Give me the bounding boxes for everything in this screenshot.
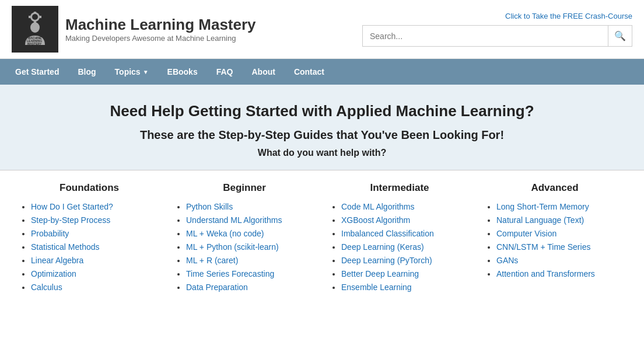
- topic-list-3: Long Short-Term MemoryNatural Language (…: [486, 202, 624, 279]
- nav-item-ebooks[interactable]: EBooks: [158, 59, 207, 85]
- topic-link-1-0[interactable]: Python Skills: [186, 202, 233, 211]
- nav-item-get-started[interactable]: Get Started: [6, 59, 68, 85]
- topic-link-1-4[interactable]: ML + R (caret): [186, 256, 238, 265]
- list-item: Long Short-Term Memory: [496, 202, 624, 212]
- list-item: Time Series Forecasting: [186, 269, 313, 279]
- topics-dropdown-arrow: ▼: [143, 69, 149, 75]
- topic-list-1: Python SkillsUnderstand ML AlgorithmsML …: [176, 202, 313, 292]
- header-left: MACHINE LEARNING MASTERY Machine Learnin…: [12, 6, 256, 53]
- search-button[interactable]: 🔍: [608, 26, 632, 46]
- list-item: How Do I Get Started?: [31, 202, 158, 212]
- topic-link-2-2[interactable]: Imbalanced Classification: [341, 229, 434, 238]
- topic-link-0-2[interactable]: Probability: [31, 229, 69, 238]
- search-input[interactable]: [363, 27, 608, 46]
- topic-title-1: Beginner: [176, 182, 313, 194]
- topic-link-3-3[interactable]: CNN/LSTM + Time Series: [496, 242, 590, 252]
- topic-link-3-0[interactable]: Long Short-Term Memory: [496, 202, 589, 211]
- topic-link-2-5[interactable]: Better Deep Learning: [341, 269, 419, 278]
- topic-col-beginner: BeginnerPython SkillsUnderstand ML Algor…: [167, 182, 322, 296]
- topic-link-3-4[interactable]: GANs: [496, 256, 518, 265]
- search-bar: 🔍: [362, 25, 632, 47]
- list-item: Data Preparation: [186, 283, 313, 292]
- topics-grid: FoundationsHow Do I Get Started?Step-by-…: [0, 170, 644, 313]
- topic-link-2-4[interactable]: Deep Learning (PyTorch): [341, 256, 432, 265]
- list-item: Statistical Methods: [31, 242, 158, 252]
- list-item: Deep Learning (Keras): [341, 242, 468, 252]
- list-item: Better Deep Learning: [341, 269, 468, 279]
- list-item: GANs: [496, 256, 624, 266]
- topic-link-2-3[interactable]: Deep Learning (Keras): [341, 242, 424, 252]
- list-item: Imbalanced Classification: [341, 229, 468, 239]
- svg-point-2: [32, 14, 38, 20]
- list-item: CNN/LSTM + Time Series: [496, 242, 624, 252]
- topic-link-2-6[interactable]: Ensemble Learning: [341, 283, 412, 292]
- list-item: ML + Python (scikit-learn): [186, 242, 313, 252]
- list-item: Probability: [31, 229, 158, 239]
- topic-link-0-6[interactable]: Calculus: [31, 283, 62, 292]
- header-right: Click to Take the FREE Crash-Course 🔍: [362, 12, 632, 47]
- list-item: Python Skills: [186, 202, 313, 212]
- list-item: Linear Algebra: [31, 256, 158, 266]
- nav-item-blog[interactable]: Blog: [68, 59, 105, 85]
- topic-link-0-3[interactable]: Statistical Methods: [31, 242, 100, 252]
- site-info: Machine Learning Mastery Making Develope…: [65, 16, 256, 43]
- svg-point-7: [30, 22, 40, 33]
- topic-col-advanced: AdvancedLong Short-Term MemoryNatural La…: [477, 182, 632, 296]
- site-logo: MACHINE LEARNING MASTERY: [12, 6, 58, 53]
- site-title: Machine Learning Mastery: [65, 16, 256, 34]
- list-item: Natural Language (Text): [496, 215, 624, 225]
- nav-item-about[interactable]: About: [242, 59, 284, 85]
- topic-list-0: How Do I Get Started?Step-by-Step Proces…: [20, 202, 158, 292]
- list-item: Ensemble Learning: [341, 283, 468, 292]
- topic-link-1-5[interactable]: Time Series Forecasting: [186, 269, 274, 278]
- crash-course-link[interactable]: Click to Take the FREE Crash-Course: [505, 12, 632, 20]
- list-item: Attention and Transformers: [496, 269, 624, 279]
- nav-item-contact[interactable]: Contact: [285, 59, 334, 85]
- site-tagline: Making Developers Awesome at Machine Lea…: [65, 34, 256, 43]
- topic-title-0: Foundations: [20, 182, 158, 194]
- topic-title-2: Intermediate: [331, 182, 468, 194]
- list-item: Calculus: [31, 283, 158, 292]
- topic-title-3: Advanced: [486, 182, 624, 194]
- topic-link-1-2[interactable]: ML + Weka (no code): [186, 229, 264, 238]
- list-item: Computer Vision: [496, 229, 624, 239]
- list-item: Deep Learning (PyTorch): [341, 256, 468, 266]
- topic-link-2-0[interactable]: Code ML Algorithms: [341, 202, 415, 211]
- nav-item-faq[interactable]: FAQ: [207, 59, 243, 85]
- topic-link-0-0[interactable]: How Do I Get Started?: [31, 202, 113, 211]
- hero-section: Need Help Getting Started with Applied M…: [0, 85, 644, 170]
- topic-link-2-1[interactable]: XGBoost Algorithm: [341, 215, 410, 225]
- topic-link-0-1[interactable]: Step-by-Step Process: [31, 215, 110, 225]
- main-nav: Get Started Blog Topics ▼ EBooks FAQ Abo…: [0, 59, 644, 85]
- svg-rect-5: [29, 16, 31, 18]
- list-item: Code ML Algorithms: [341, 202, 468, 212]
- list-item: ML + Weka (no code): [186, 229, 313, 239]
- topic-link-0-4[interactable]: Linear Algebra: [31, 256, 83, 265]
- hero-subheadline: These are the Step-by-Step Guides that Y…: [12, 128, 632, 142]
- topic-link-1-1[interactable]: Understand ML Algorithms: [186, 215, 282, 225]
- svg-rect-6: [39, 16, 41, 18]
- topic-list-2: Code ML AlgorithmsXGBoost AlgorithmImbal…: [331, 202, 468, 292]
- list-item: XGBoost Algorithm: [341, 215, 468, 225]
- topic-link-3-1[interactable]: Natural Language (Text): [496, 215, 584, 225]
- topic-col-intermediate: IntermediateCode ML AlgorithmsXGBoost Al…: [322, 182, 477, 296]
- list-item: Optimization: [31, 269, 158, 279]
- topic-col-foundations: FoundationsHow Do I Get Started?Step-by-…: [12, 182, 167, 296]
- list-item: ML + R (caret): [186, 256, 313, 266]
- header: MACHINE LEARNING MASTERY Machine Learnin…: [0, 0, 644, 59]
- nav-item-topics[interactable]: Topics ▼: [106, 59, 158, 85]
- svg-rect-3: [34, 12, 36, 14]
- topic-link-3-5[interactable]: Attention and Transformers: [496, 269, 595, 278]
- topic-link-1-3[interactable]: ML + Python (scikit-learn): [186, 242, 279, 252]
- list-item: Step-by-Step Process: [31, 215, 158, 225]
- svg-text:MASTERY: MASTERY: [27, 42, 42, 46]
- topic-link-1-6[interactable]: Data Preparation: [186, 283, 248, 292]
- hero-cta: What do you want help with?: [12, 148, 632, 158]
- topic-link-3-2[interactable]: Computer Vision: [496, 229, 556, 238]
- topic-link-0-5[interactable]: Optimization: [31, 269, 76, 278]
- list-item: Understand ML Algorithms: [186, 215, 313, 225]
- hero-headline: Need Help Getting Started with Applied M…: [12, 102, 632, 120]
